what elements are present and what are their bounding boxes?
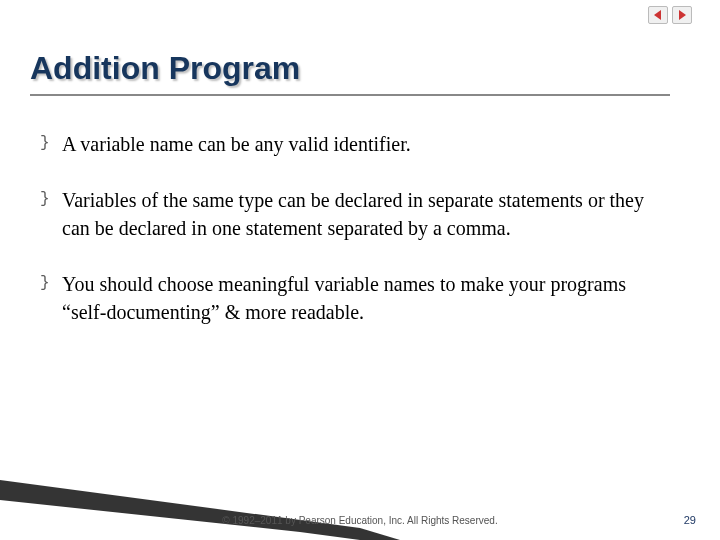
bullet-list: } A variable name can be any valid ident… <box>40 130 660 354</box>
svg-marker-2 <box>0 480 400 540</box>
bullet-text: You should choose meaningful variable na… <box>62 270 660 326</box>
nav-arrows <box>648 6 692 24</box>
list-item: } A variable name can be any valid ident… <box>40 130 660 158</box>
svg-marker-0 <box>654 10 661 20</box>
bullet-text: Variables of the same type can be declar… <box>62 186 660 242</box>
list-item: } You should choose meaningful variable … <box>40 270 660 326</box>
next-arrow-icon <box>676 9 688 21</box>
title-underline <box>30 94 670 96</box>
copyright-text: © 1992–2011 by Pearson Education, Inc. A… <box>0 515 720 526</box>
slide-title: Addition Program <box>30 50 300 87</box>
bullet-icon: } <box>40 270 62 296</box>
bullet-icon: } <box>40 186 62 212</box>
list-item: } Variables of the same type can be decl… <box>40 186 660 242</box>
page-number: 29 <box>684 514 696 526</box>
bullet-icon: } <box>40 130 62 156</box>
slide: Addition Program } A variable name can b… <box>0 0 720 540</box>
prev-button[interactable] <box>648 6 668 24</box>
svg-marker-1 <box>679 10 686 20</box>
next-button[interactable] <box>672 6 692 24</box>
decorative-wedge <box>0 480 400 540</box>
prev-arrow-icon <box>652 9 664 21</box>
bullet-text: A variable name can be any valid identif… <box>62 130 660 158</box>
